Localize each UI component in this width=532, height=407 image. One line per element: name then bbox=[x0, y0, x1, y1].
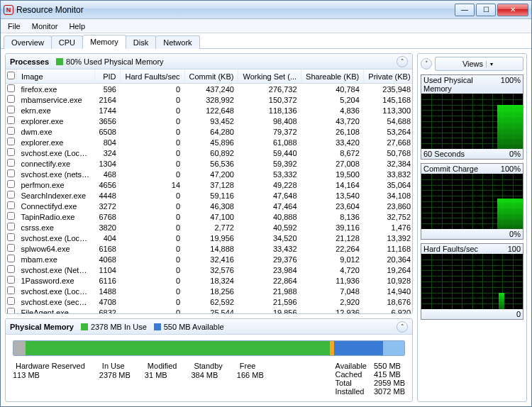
tab-memory[interactable]: Memory bbox=[82, 35, 126, 49]
table-row[interactable]: mbam.exe4068032,41629,3769,01220,364 bbox=[6, 254, 412, 264]
table-row[interactable]: svchost.exe (LocalService)404019,95634,5… bbox=[6, 233, 412, 243]
table-row[interactable]: SearchIndexer.exe4448059,11647,64813,540… bbox=[6, 190, 412, 201]
table-row[interactable]: csrss.exe382002,77240,59239,1161,476 bbox=[6, 222, 412, 233]
row-check[interactable] bbox=[7, 265, 15, 273]
menu-file[interactable]: File bbox=[2, 21, 26, 32]
processes-table: Image PID Hard Faults/sec Commit (KB) Wo… bbox=[6, 69, 412, 313]
table-row[interactable]: splwow64.exe6168014,88833,43222,26411,16… bbox=[6, 243, 412, 254]
collapse-processes-icon[interactable]: ˄ bbox=[397, 56, 408, 67]
cell-image: mbam.exe bbox=[17, 254, 95, 264]
row-check[interactable] bbox=[7, 308, 15, 313]
row-check[interactable] bbox=[7, 95, 15, 103]
cell-ws: 59,440 bbox=[238, 147, 301, 158]
maximize-button[interactable]: ☐ bbox=[476, 4, 496, 16]
cell-hf: 0 bbox=[121, 243, 184, 254]
cell-pid: 1744 bbox=[95, 105, 121, 116]
cell-pid: 404 bbox=[95, 233, 121, 243]
membar-hardware bbox=[13, 341, 26, 355]
table-row[interactable]: TapinRadio.exe6768047,10040,8888,13632,7… bbox=[6, 211, 412, 222]
row-check[interactable] bbox=[7, 276, 15, 284]
cell-share: 43,720 bbox=[301, 116, 364, 126]
row-check[interactable] bbox=[7, 255, 15, 262]
cell-commit: 14,888 bbox=[184, 243, 238, 254]
cell-priv: 145,168 bbox=[364, 94, 412, 105]
row-check[interactable] bbox=[7, 138, 15, 145]
table-row[interactable]: firefox.exe5960437,240276,73240,784235,9… bbox=[6, 84, 412, 95]
table-row[interactable]: connectify.exe1304056,53659,39227,00832,… bbox=[6, 158, 412, 169]
row-check[interactable] bbox=[7, 148, 15, 156]
views-button[interactable]: Views▾ bbox=[435, 57, 523, 71]
menu-monitor[interactable]: Monitor bbox=[26, 21, 64, 32]
menu-help[interactable]: Help bbox=[63, 21, 91, 32]
row-check[interactable] bbox=[7, 127, 15, 135]
row-check[interactable] bbox=[7, 286, 15, 294]
col-check[interactable] bbox=[6, 69, 17, 84]
row-check[interactable] bbox=[7, 106, 15, 113]
cell-commit: 47,200 bbox=[184, 169, 238, 179]
row-check[interactable] bbox=[7, 233, 15, 241]
cell-image: svchost.exe (LocalSystemNet... bbox=[17, 147, 95, 158]
cell-ws: 33,432 bbox=[238, 243, 301, 254]
cell-priv: 53,264 bbox=[364, 126, 412, 137]
tab-overview[interactable]: Overview bbox=[4, 35, 52, 49]
collapse-graphs-icon[interactable]: ˃ bbox=[421, 58, 432, 69]
col-private[interactable]: Private (KB) bbox=[364, 69, 412, 84]
cell-share: 27,008 bbox=[301, 158, 364, 169]
table-row[interactable]: 1Password.exe6116018,32422,86411,93610,9… bbox=[6, 275, 412, 286]
col-pid[interactable]: PID bbox=[95, 69, 121, 84]
table-row[interactable]: ekrn.exe17440122,648118,1364,836113,300 bbox=[6, 105, 412, 116]
views-dropdown-icon[interactable]: ▾ bbox=[486, 61, 496, 67]
close-button[interactable]: ✕ bbox=[497, 4, 528, 16]
minimize-button[interactable]: — bbox=[455, 4, 475, 16]
table-row[interactable]: svchost.exe (secsvcs)4708062,59221,5962,… bbox=[6, 296, 412, 307]
table-row[interactable]: explorer.exe804045,89661,08833,42027,668 bbox=[6, 137, 412, 147]
cell-priv: 1,476 bbox=[364, 222, 412, 233]
row-check[interactable] bbox=[7, 116, 15, 124]
col-image[interactable]: Image bbox=[17, 69, 95, 84]
row-check[interactable] bbox=[7, 223, 15, 230]
row-check[interactable] bbox=[7, 159, 15, 167]
row-check[interactable] bbox=[7, 169, 15, 177]
table-row[interactable]: mbamservice.exe21640328,992150,3725,2041… bbox=[6, 94, 412, 105]
col-hardfaults[interactable]: Hard Faults/sec bbox=[121, 69, 184, 84]
table-row[interactable]: explorer.exe3656093,45298,40843,72054,68… bbox=[6, 116, 412, 126]
processes-table-scroll[interactable]: Image PID Hard Faults/sec Commit (KB) Wo… bbox=[6, 69, 412, 313]
stat-available-v: 550 MB bbox=[374, 362, 405, 370]
titlebar[interactable]: N Resource Monitor — ☐ ✕ bbox=[1, 1, 531, 19]
check-all[interactable] bbox=[7, 72, 15, 79]
cell-image: splwow64.exe bbox=[17, 243, 95, 254]
col-workingset[interactable]: Working Set (... bbox=[238, 69, 301, 84]
physmem-title: Physical Memory bbox=[10, 323, 74, 331]
row-check[interactable] bbox=[7, 191, 15, 199]
cell-pid: 4656 bbox=[95, 179, 121, 190]
table-row[interactable]: svchost.exe (LocalServiceNo...1488018,25… bbox=[6, 286, 412, 296]
cell-hf: 0 bbox=[121, 254, 184, 264]
cell-image: FileAgent.exe bbox=[17, 307, 95, 313]
cell-ws: 21,596 bbox=[238, 296, 301, 307]
row-check[interactable] bbox=[7, 201, 15, 209]
table-row[interactable]: svchost.exe (LocalSystemNet...324060,892… bbox=[6, 147, 412, 158]
table-row[interactable]: perfmon.exe46561437,12849,22814,16435,06… bbox=[6, 179, 412, 190]
cell-pid: 4068 bbox=[95, 254, 121, 264]
cell-commit: 46,308 bbox=[184, 201, 238, 211]
table-row[interactable]: Connectifyd.exe3272046,30847,46423,60423… bbox=[6, 201, 412, 211]
table-row[interactable]: svchost.exe (NetworkService)1104032,5762… bbox=[6, 264, 412, 275]
col-shareable[interactable]: Shareable (KB) bbox=[301, 69, 364, 84]
row-check[interactable] bbox=[7, 84, 15, 92]
collapse-physmem-icon[interactable]: ˄ bbox=[397, 321, 408, 333]
cell-hf: 0 bbox=[121, 211, 184, 222]
tab-network[interactable]: Network bbox=[155, 35, 199, 49]
tab-cpu[interactable]: CPU bbox=[51, 35, 83, 49]
g2-title: Commit Charge bbox=[423, 165, 478, 173]
row-check[interactable] bbox=[7, 297, 15, 305]
row-check[interactable] bbox=[7, 180, 15, 188]
table-row[interactable]: dwm.exe6508064,28079,37226,10853,264 bbox=[6, 126, 412, 137]
row-check[interactable] bbox=[7, 212, 15, 220]
tab-disk[interactable]: Disk bbox=[126, 35, 156, 49]
g1-foot-l: 60 Seconds bbox=[423, 150, 465, 158]
table-row[interactable]: svchost.exe (netsvcs)468047,20053,33219,… bbox=[6, 169, 412, 179]
table-row[interactable]: FileAgent.exe6832025,54419,85612,9366,92… bbox=[6, 307, 412, 313]
col-commit[interactable]: Commit (KB) bbox=[184, 69, 238, 84]
row-check[interactable] bbox=[7, 244, 15, 252]
cell-hf: 0 bbox=[121, 264, 184, 275]
